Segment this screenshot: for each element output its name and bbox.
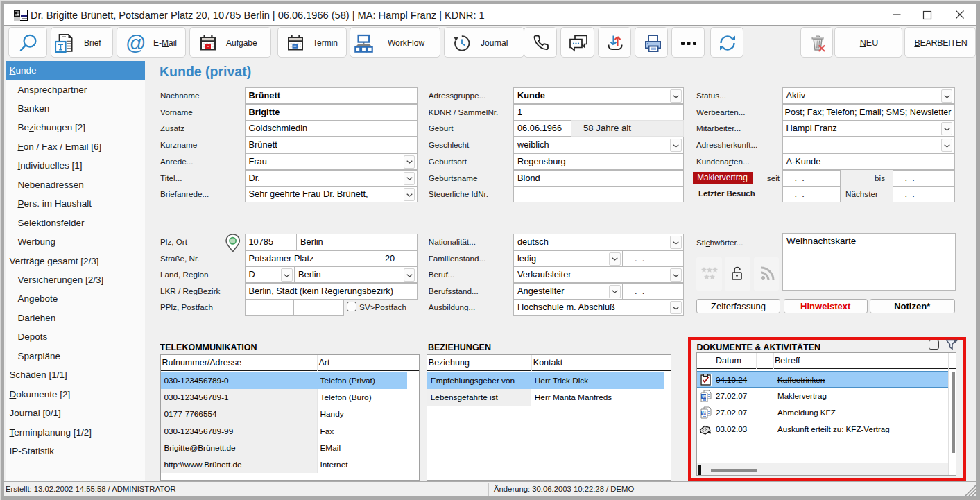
svg-text:W: W: [702, 394, 707, 399]
svg-text:W: W: [702, 411, 707, 415]
svg-text:@: @: [126, 33, 146, 54]
